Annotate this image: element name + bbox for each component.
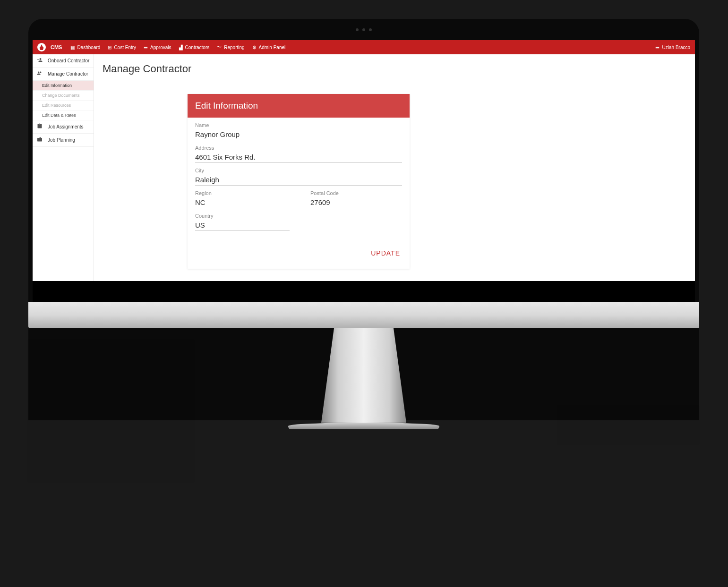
sidebar-sublabel: Edit Data & Rates: [42, 113, 76, 118]
nav-approvals[interactable]: ☰ Approvals: [144, 45, 171, 50]
work-icon: [36, 136, 43, 144]
nav-label: Cost Entry: [114, 45, 136, 50]
field-country: Country: [195, 213, 290, 231]
main-area: Onboard Contractor Manage Contractor Edi…: [33, 54, 695, 300]
sidebar-sublabel: Edit Information: [42, 83, 72, 88]
field-region: Region: [195, 190, 287, 208]
update-button[interactable]: UPDATE: [371, 249, 400, 257]
field-city: City: [195, 168, 402, 186]
region-postal-row: Region Postal Code: [195, 190, 402, 213]
sidebar-subitem-edit-resources[interactable]: Edit Resources: [33, 101, 94, 111]
money-icon: ⊞: [108, 45, 111, 50]
person-add-icon: [36, 57, 43, 64]
sidebar-item-job-planning[interactable]: Job Planning: [33, 134, 94, 147]
field-label-city: City: [195, 168, 402, 173]
logo-icon[interactable]: [37, 43, 46, 51]
nav-label: Admin Panel: [259, 45, 286, 50]
monitor-foot: [288, 423, 439, 429]
sidebar-label: Job Planning: [48, 137, 75, 143]
app-name: CMS: [51, 44, 62, 50]
people-icon: ▟: [179, 45, 183, 50]
sidebar-subitem-change-documents[interactable]: Change Documents: [33, 91, 94, 101]
field-label-postal: Postal Code: [310, 190, 402, 196]
dashboard-icon: ▦: [70, 45, 75, 50]
edit-info-card: Edit Information Name Address City: [188, 94, 410, 269]
assignment-icon: [36, 123, 43, 130]
sidebar-label: Onboard Contractor: [48, 58, 89, 63]
address-input[interactable]: [195, 152, 402, 163]
country-input[interactable]: [195, 220, 290, 231]
card-header: Edit Information: [188, 94, 410, 118]
sidebar: Onboard Contractor Manage Contractor Edi…: [33, 54, 94, 300]
field-label-country: Country: [195, 213, 290, 219]
field-name: Name: [195, 122, 402, 140]
nav-admin-panel[interactable]: ⚙ Admin Panel: [252, 45, 286, 50]
nav-contractors[interactable]: ▟ Contractors: [179, 45, 210, 50]
sidebar-label: Job Assignments: [48, 124, 84, 129]
people-icon: [36, 70, 43, 77]
sidebar-item-manage-contractor[interactable]: Manage Contractor: [33, 68, 94, 81]
check-icon: ☰: [144, 45, 148, 50]
region-input[interactable]: [195, 197, 287, 208]
trending-icon: 〜: [217, 44, 222, 51]
nav-label: Approvals: [150, 45, 171, 50]
nav-cost-entry[interactable]: ⊞ Cost Entry: [108, 45, 136, 50]
user-menu[interactable]: ☰ Uziah Bracco: [655, 45, 690, 50]
monitor-chin: [28, 302, 699, 328]
app-header: CMS ▦ Dashboard ⊞ Cost Entry ☰ Approvals…: [33, 40, 695, 54]
sidebar-subitem-edit-data-rates[interactable]: Edit Data & Rates: [33, 111, 94, 120]
field-label-address: Address: [195, 145, 402, 151]
sidebar-sublabel: Edit Resources: [42, 103, 71, 108]
sidebar-item-onboard-contractor[interactable]: Onboard Contractor: [33, 54, 94, 68]
name-input[interactable]: [195, 129, 402, 140]
sidebar-item-job-assignments[interactable]: Job Assignments: [33, 120, 94, 134]
nav-label: Dashboard: [77, 45, 100, 50]
content-area: Manage Contractor Edit Information Name …: [94, 54, 695, 300]
monitor-neck: [321, 328, 406, 423]
sidebar-sublabel: Change Documents: [42, 93, 80, 98]
sidebar-subitem-edit-information[interactable]: Edit Information: [33, 81, 94, 91]
field-address: Address: [195, 145, 402, 163]
monitor-camera-dots: [356, 28, 372, 31]
lock-icon: ⚙: [252, 45, 257, 50]
page-title: Manage Contractor: [103, 63, 695, 75]
screen: CMS ▦ Dashboard ⊞ Cost Entry ☰ Approvals…: [33, 40, 695, 300]
sidebar-label: Manage Contractor: [48, 71, 88, 77]
city-input[interactable]: [195, 174, 402, 186]
nav-dashboard[interactable]: ▦ Dashboard: [70, 45, 100, 50]
monitor-bezel-bottom: [33, 281, 695, 302]
nav-label: Contractors: [185, 45, 210, 50]
user-name: Uziah Bracco: [662, 45, 690, 50]
reflection-shadow: [558, 406, 700, 444]
reflection-shadow: [28, 340, 194, 482]
postal-input[interactable]: [310, 197, 402, 208]
nav-reporting[interactable]: 〜 Reporting: [217, 44, 244, 51]
field-postal: Postal Code: [310, 190, 402, 208]
field-label-region: Region: [195, 190, 287, 196]
card-actions: UPDATE: [195, 236, 402, 261]
menu-icon: ☰: [655, 45, 659, 50]
field-label-name: Name: [195, 122, 402, 128]
nav-label: Reporting: [224, 45, 244, 50]
card-body: Name Address City: [188, 118, 410, 269]
